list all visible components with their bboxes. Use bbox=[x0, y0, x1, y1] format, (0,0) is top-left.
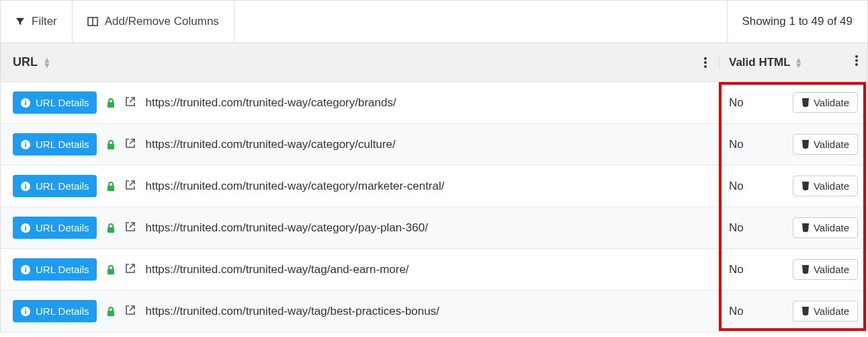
validate-button[interactable]: Validate bbox=[793, 259, 858, 280]
html5-icon bbox=[801, 223, 810, 233]
cell-valid-html: No Validate bbox=[719, 92, 867, 113]
url-text: https://trunited.com/trunited-way/tag/an… bbox=[145, 263, 408, 276]
toolbar-spacer bbox=[234, 1, 727, 42]
svg-rect-32 bbox=[107, 269, 114, 274]
svg-rect-37 bbox=[107, 311, 114, 316]
sort-icon[interactable]: ▲▼ bbox=[43, 57, 51, 68]
validate-button[interactable]: Validate bbox=[793, 92, 858, 113]
html5-icon bbox=[801, 98, 810, 108]
html5-icon bbox=[801, 182, 810, 191]
valid-value: No bbox=[729, 221, 744, 235]
svg-rect-10 bbox=[25, 102, 26, 105]
validate-button[interactable]: Validate bbox=[793, 176, 858, 196]
open-url-link[interactable] bbox=[125, 138, 136, 151]
svg-rect-31 bbox=[25, 267, 26, 268]
table-row: URL Details https://trunited.com/trunite… bbox=[1, 82, 867, 124]
svg-rect-16 bbox=[25, 142, 26, 143]
column-header-valid-html[interactable]: Valid HTML ▲▼ bbox=[719, 55, 867, 69]
columns-button[interactable]: Add/Remove Columns bbox=[73, 1, 234, 42]
external-link-icon bbox=[125, 180, 136, 190]
validate-button[interactable]: Validate bbox=[793, 134, 858, 155]
lock-icon bbox=[106, 181, 116, 192]
url-details-label: URL Details bbox=[36, 139, 89, 150]
open-url-link[interactable] bbox=[125, 305, 136, 318]
validate-button[interactable]: Validate bbox=[793, 217, 858, 238]
open-url-link[interactable] bbox=[125, 180, 136, 193]
open-url-link[interactable] bbox=[125, 263, 136, 276]
cell-valid-html: No Validate bbox=[719, 134, 867, 155]
table-row: URL Details https://trunited.com/trunite… bbox=[1, 249, 867, 291]
column-menu-valid[interactable] bbox=[855, 55, 858, 69]
svg-point-3 bbox=[704, 61, 707, 64]
column-menu-url[interactable] bbox=[692, 57, 719, 68]
url-text: https://trunited.com/trunited-way/catego… bbox=[145, 180, 444, 193]
validate-button[interactable]: Validate bbox=[793, 301, 858, 322]
svg-rect-35 bbox=[25, 311, 26, 313]
info-icon bbox=[21, 307, 30, 316]
column-header-url[interactable]: URL ▲▼ bbox=[1, 55, 692, 69]
svg-rect-11 bbox=[25, 100, 26, 102]
lock-icon bbox=[106, 139, 116, 150]
svg-rect-30 bbox=[25, 269, 26, 272]
url-header-label: URL bbox=[13, 55, 38, 69]
cell-url: URL Details https://trunited.com/trunite… bbox=[1, 217, 719, 239]
url-details-button[interactable]: URL Details bbox=[13, 91, 97, 114]
svg-rect-26 bbox=[25, 225, 26, 227]
external-link-icon bbox=[125, 305, 136, 315]
html5-icon bbox=[801, 307, 810, 316]
lock-icon bbox=[106, 223, 116, 233]
svg-point-4 bbox=[704, 65, 707, 68]
cell-url: URL Details https://trunited.com/trunite… bbox=[1, 91, 719, 114]
filter-button[interactable]: Filter bbox=[1, 1, 73, 42]
url-details-button[interactable]: URL Details bbox=[13, 175, 97, 197]
lock-icon bbox=[106, 98, 116, 108]
table-body: URL Details https://trunited.com/trunite… bbox=[1, 82, 867, 332]
table-row: URL Details https://trunited.com/trunite… bbox=[1, 291, 867, 332]
svg-rect-21 bbox=[25, 184, 26, 185]
url-details-button[interactable]: URL Details bbox=[13, 133, 97, 155]
valid-header-label: Valid HTML bbox=[729, 56, 791, 69]
cell-url: URL Details https://trunited.com/trunite… bbox=[1, 175, 719, 197]
url-details-button[interactable]: URL Details bbox=[13, 217, 97, 239]
columns-label: Add/Remove Columns bbox=[105, 15, 219, 28]
info-icon bbox=[21, 223, 30, 233]
validate-label: Validate bbox=[814, 305, 849, 317]
validate-label: Validate bbox=[814, 180, 849, 192]
showing-count: Showing 1 to 49 of 49 bbox=[727, 1, 867, 42]
validate-label: Validate bbox=[814, 97, 849, 108]
open-url-link[interactable] bbox=[125, 96, 136, 110]
open-url-link[interactable] bbox=[125, 221, 136, 235]
results-table: URL ▲▼ Valid HTML ▲▼ bbox=[0, 43, 868, 332]
valid-value: No bbox=[729, 180, 744, 193]
svg-point-6 bbox=[855, 59, 858, 62]
filter-icon bbox=[15, 17, 25, 26]
url-details-label: URL Details bbox=[36, 264, 89, 275]
external-link-icon bbox=[125, 96, 136, 107]
url-text: https://trunited.com/trunited-way/catego… bbox=[145, 221, 428, 235]
lock-icon bbox=[106, 264, 116, 275]
external-link-icon bbox=[125, 263, 136, 274]
lock-icon bbox=[106, 306, 116, 317]
cell-url: URL Details https://trunited.com/trunite… bbox=[1, 133, 719, 155]
url-details-button[interactable]: URL Details bbox=[13, 258, 97, 280]
url-text: https://trunited.com/trunited-way/tag/be… bbox=[145, 305, 439, 318]
sort-icon[interactable]: ▲▼ bbox=[795, 57, 803, 68]
info-icon bbox=[21, 182, 30, 191]
url-details-button[interactable]: URL Details bbox=[13, 300, 97, 322]
svg-rect-27 bbox=[107, 227, 114, 233]
cell-url: URL Details https://trunited.com/trunite… bbox=[1, 300, 719, 322]
showing-text: Showing 1 to 49 of 49 bbox=[742, 15, 853, 28]
cell-valid-html: No Validate bbox=[719, 217, 867, 238]
svg-rect-22 bbox=[107, 186, 114, 191]
info-icon bbox=[21, 98, 30, 108]
table-header: URL ▲▼ Valid HTML ▲▼ bbox=[1, 43, 867, 82]
svg-point-5 bbox=[855, 55, 858, 58]
svg-point-2 bbox=[704, 57, 707, 60]
table-row: URL Details https://trunited.com/trunite… bbox=[1, 165, 867, 207]
validate-label: Validate bbox=[814, 139, 849, 150]
svg-rect-36 bbox=[25, 309, 26, 310]
info-icon bbox=[21, 140, 30, 149]
svg-rect-25 bbox=[25, 227, 26, 230]
svg-rect-17 bbox=[107, 144, 114, 149]
toolbar: Filter Add/Remove Columns Showing 1 to 4… bbox=[0, 0, 868, 43]
